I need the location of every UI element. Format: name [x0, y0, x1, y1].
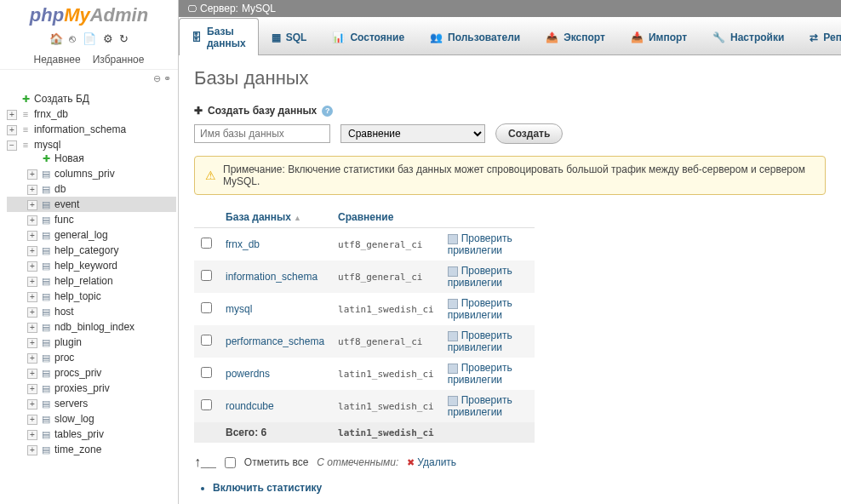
cog-icon[interactable]: ⚙ [103, 32, 113, 45]
table-link[interactable]: help_topic [54, 290, 101, 302]
expander-icon[interactable]: + [27, 353, 37, 364]
check-privileges-link[interactable]: Проверить привилегии [448, 232, 512, 256]
row-checkbox[interactable] [201, 270, 212, 281]
recent-link[interactable]: Недавнее [34, 54, 81, 66]
expander-icon[interactable]: + [27, 369, 37, 379]
row-checkbox[interactable] [201, 335, 212, 346]
tree-db-info-schema[interactable]: +≡information_schema [2, 122, 176, 137]
db-name-link[interactable]: powerdns [226, 368, 270, 380]
db-name-link[interactable]: mysql [226, 303, 252, 315]
tree-table-help_relation[interactable]: +▤help_relation [7, 273, 176, 289]
table-link[interactable]: ndb_binlog_index [54, 321, 134, 333]
row-checkbox[interactable] [201, 302, 212, 313]
check-privileges-link[interactable]: Проверить привилегии [448, 297, 512, 321]
tab-sql[interactable]: ▦SQL [259, 18, 320, 55]
doc-icon[interactable]: 📄 [83, 32, 96, 45]
tab-status[interactable]: 📊Состояние [319, 18, 417, 55]
tab-import[interactable]: 📥Импорт [618, 18, 700, 55]
delete-link[interactable]: ✖Удалить [407, 456, 456, 468]
tree-db-mysql[interactable]: −≡mysql ✚Новая +▤columns_priv+▤db+▤event… [2, 137, 176, 459]
table-link[interactable]: host [54, 306, 74, 318]
expander-icon[interactable]: + [27, 445, 37, 455]
tree-table-proxies_priv[interactable]: +▤proxies_priv [7, 381, 176, 396]
expander-icon[interactable]: + [27, 231, 37, 241]
db-name-link[interactable]: roundcube [226, 400, 274, 412]
exit-icon[interactable]: ⎋ [69, 32, 76, 45]
tree-new-table[interactable]: ✚Новая [7, 151, 176, 166]
enable-stats-link[interactable]: Включить статистику [213, 482, 322, 494]
check-privileges-link[interactable]: Проверить привилегии [448, 394, 512, 418]
tree-table-host[interactable]: +▤host [7, 304, 176, 319]
tree-table-help_category[interactable]: +▤help_category [7, 243, 176, 258]
tree-table-ndb_binlog_index[interactable]: +▤ndb_binlog_index [7, 319, 176, 335]
table-link[interactable]: servers [54, 398, 88, 410]
expander-icon[interactable]: + [27, 200, 37, 210]
create-db-link[interactable]: Создать БД [34, 93, 89, 105]
db-name-link[interactable]: information_schema [226, 271, 318, 283]
table-link[interactable]: plugin [54, 336, 82, 348]
create-button[interactable]: Создать [495, 123, 563, 144]
expander-icon[interactable]: + [27, 277, 37, 287]
row-checkbox[interactable] [201, 367, 212, 378]
tree-db-frnx[interactable]: +≡frnx_db [2, 106, 176, 122]
tree-table-time_zone[interactable]: +▤time_zone [7, 442, 176, 457]
expander-icon[interactable]: + [7, 125, 17, 135]
expander-icon[interactable]: + [27, 185, 37, 195]
check-all-checkbox[interactable] [225, 457, 236, 468]
expander-icon[interactable]: + [7, 110, 17, 120]
expander-icon[interactable]: + [27, 292, 37, 302]
tree-collapse-icon[interactable]: ⊖ [153, 73, 161, 83]
tree-table-tables_priv[interactable]: +▤tables_priv [7, 427, 176, 442]
expander-icon[interactable]: + [27, 307, 37, 318]
table-link[interactable]: help_relation [54, 275, 113, 287]
table-link[interactable]: proxies_priv [54, 382, 110, 394]
table-link[interactable]: proc [54, 352, 74, 364]
favorite-link[interactable]: Избранное [93, 54, 145, 66]
table-link[interactable]: func [54, 214, 74, 226]
tree-table-procs_priv[interactable]: +▤procs_priv [7, 365, 176, 381]
expander-icon[interactable]: + [27, 215, 37, 226]
tab-users[interactable]: 👥Пользователи [417, 18, 533, 55]
expander-icon[interactable]: + [27, 430, 37, 440]
tab-settings[interactable]: 🔧Настройки [700, 18, 797, 55]
table-link[interactable]: tables_priv [54, 428, 104, 440]
expander-icon[interactable]: + [27, 399, 37, 410]
refresh-icon[interactable]: ↻ [119, 32, 129, 45]
table-link[interactable]: columns_priv [54, 168, 115, 180]
expander-icon[interactable]: − [7, 140, 17, 151]
expander-icon[interactable]: + [27, 246, 37, 256]
tree-table-general_log[interactable]: +▤general_log [7, 227, 176, 243]
th-database[interactable]: База данных▲ [219, 207, 331, 228]
table-link[interactable]: db [54, 183, 66, 195]
expander-icon[interactable]: + [27, 415, 37, 425]
check-privileges-link[interactable]: Проверить привилегии [448, 265, 512, 289]
table-link[interactable]: help_category [54, 244, 118, 256]
tab-databases[interactable]: 🗄Базы данных [179, 18, 259, 55]
db-link[interactable]: information_schema [34, 123, 126, 135]
tree-table-func[interactable]: +▤func [7, 212, 176, 227]
tab-replication[interactable]: ⇄Репл [797, 18, 841, 55]
check-privileges-link[interactable]: Проверить привилегии [448, 329, 512, 353]
home-icon[interactable]: 🏠 [49, 32, 63, 45]
expander-icon[interactable]: + [27, 261, 37, 272]
th-collation[interactable]: Сравнение [331, 207, 441, 228]
tree-table-event[interactable]: +▤event [7, 197, 176, 212]
tree-table-help_topic[interactable]: +▤help_topic [7, 289, 176, 304]
tab-export[interactable]: 📤Экспорт [533, 18, 618, 55]
new-table-link[interactable]: Новая [54, 152, 84, 164]
check-all-label[interactable]: Отметить все [244, 456, 309, 468]
expander-icon[interactable]: + [27, 323, 37, 333]
tree-table-help_keyword[interactable]: +▤help_keyword [7, 258, 176, 273]
tree-link-icon[interactable]: ⚭ [163, 73, 171, 83]
db-link[interactable]: mysql [34, 139, 60, 151]
expander-icon[interactable]: + [27, 384, 37, 394]
tree-table-plugin[interactable]: +▤plugin [7, 335, 176, 350]
check-privileges-link[interactable]: Проверить привилегии [448, 362, 512, 386]
tree-table-proc[interactable]: +▤proc [7, 350, 176, 365]
tree-table-db[interactable]: +▤db [7, 181, 176, 197]
table-link[interactable]: general_log [54, 229, 108, 241]
tree-create-db[interactable]: ✚Создать БД [2, 91, 176, 106]
tree-table-servers[interactable]: +▤servers [7, 396, 176, 411]
expander-icon[interactable]: + [27, 169, 37, 180]
help-icon[interactable]: ? [322, 106, 333, 117]
